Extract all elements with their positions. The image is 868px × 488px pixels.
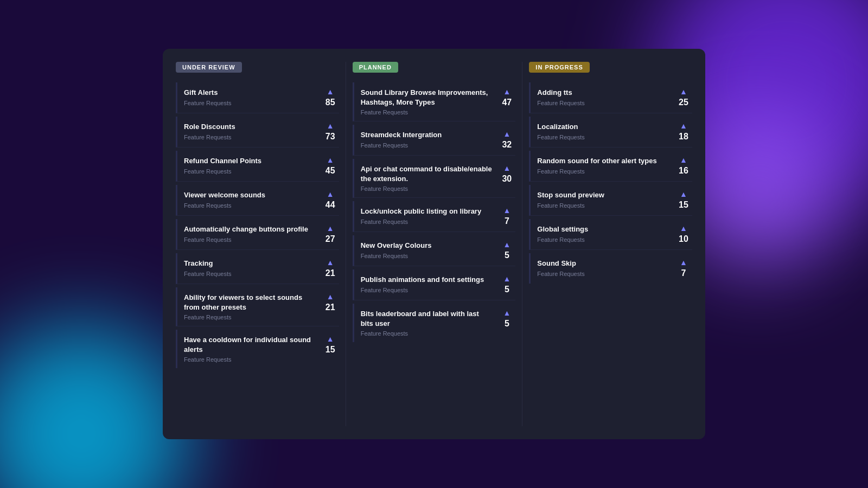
- card-vote-area: ▲30: [498, 164, 515, 184]
- card-tag: Feature Requests: [537, 202, 669, 209]
- vote-count: 15: [326, 345, 335, 355]
- upvote-button[interactable]: ▲: [503, 207, 510, 214]
- list-item: Publish animations and font settingsFeat…: [353, 269, 516, 300]
- card-title: Have a cooldown for individual sound ale…: [184, 335, 316, 354]
- upvote-button[interactable]: ▲: [327, 88, 334, 95]
- upvote-button[interactable]: ▲: [327, 156, 334, 164]
- card-content: Viewer welcome soundsFeature Requests: [184, 190, 316, 209]
- vote-count: 21: [326, 268, 335, 278]
- card-content: Random sound for other alert typesFeatur…: [537, 156, 669, 175]
- upvote-button[interactable]: ▲: [327, 224, 334, 232]
- card-content: Streamdeck IntergrationFeature Requests: [361, 130, 493, 149]
- card-title: Adding tts: [537, 88, 669, 98]
- upvote-button[interactable]: ▲: [680, 259, 687, 266]
- vote-count: 21: [326, 303, 335, 312]
- upvote-button[interactable]: ▲: [327, 335, 334, 343]
- card-content: Lock/unlock public listing on libraryFea…: [361, 207, 493, 225]
- column-header-under-review: UNDER REVIEW: [176, 62, 242, 73]
- list-item: New Overlay ColoursFeature Requests▲5: [353, 235, 516, 266]
- list-item: Ability for viewers to select sounds fro…: [176, 287, 339, 326]
- list-item: Bits leaderboard and label with last bit…: [353, 304, 516, 342]
- list-item: Adding ttsFeature Requests▲25: [529, 82, 692, 113]
- card-content: Sound Library Browse Improvements, Hasht…: [361, 88, 493, 115]
- list-item: Have a cooldown for individual sound ale…: [176, 330, 339, 368]
- upvote-button[interactable]: ▲: [680, 224, 687, 232]
- card-vote-area: ▲7: [675, 259, 692, 278]
- list-item: Role DiscountsFeature Requests▲73: [176, 117, 339, 147]
- card-content: LocalizationFeature Requests: [537, 122, 669, 140]
- card-vote-area: ▲16: [675, 156, 692, 176]
- upvote-button[interactable]: ▲: [503, 130, 510, 138]
- upvote-button[interactable]: ▲: [327, 122, 334, 130]
- upvote-button[interactable]: ▲: [680, 88, 687, 95]
- card-tag: Feature Requests: [537, 168, 669, 175]
- upvote-button[interactable]: ▲: [327, 190, 334, 198]
- upvote-button[interactable]: ▲: [503, 164, 510, 172]
- upvote-button[interactable]: ▲: [680, 190, 687, 198]
- card-vote-area: ▲32: [498, 130, 515, 150]
- card-tag: Feature Requests: [361, 287, 493, 293]
- card-tag: Feature Requests: [361, 219, 493, 225]
- vote-count: 44: [326, 200, 335, 210]
- card-title: Global settings: [537, 224, 669, 234]
- card-vote-area: ▲5: [498, 275, 515, 294]
- card-title: Ability for viewers to select sounds fro…: [184, 293, 316, 312]
- card-vote-area: ▲5: [498, 241, 515, 260]
- card-content: Stop sound previewFeature Requests: [537, 190, 669, 209]
- list-item: Sound SkipFeature Requests▲7: [529, 253, 692, 284]
- upvote-button[interactable]: ▲: [680, 156, 687, 164]
- card-content: Sound SkipFeature Requests: [537, 259, 669, 277]
- card-content: Global settingsFeature Requests: [537, 224, 669, 243]
- card-tag: Feature Requests: [361, 185, 493, 192]
- vote-count: 45: [326, 166, 335, 176]
- upvote-button[interactable]: ▲: [503, 309, 510, 317]
- card-content: Automatically change buttons profileFeat…: [184, 224, 316, 243]
- card-title: Api or chat command to disable/enable th…: [361, 164, 493, 183]
- card-content: Ability for viewers to select sounds fro…: [184, 293, 316, 320]
- vote-count: 10: [679, 234, 688, 244]
- card-tag: Feature Requests: [537, 236, 669, 243]
- card-tag: Feature Requests: [537, 271, 669, 277]
- upvote-button[interactable]: ▲: [327, 259, 334, 266]
- card-vote-area: ▲15: [675, 190, 692, 210]
- column-under-review: UNDER REVIEWGift AlertsFeature Requests▲…: [176, 62, 346, 426]
- vote-count: 16: [679, 166, 688, 176]
- card-title: Gift Alerts: [184, 88, 316, 98]
- bg-decoration-2: [0, 325, 190, 488]
- vote-count: 18: [679, 132, 688, 142]
- vote-count: 73: [326, 132, 335, 142]
- card-title: Lock/unlock public listing on library: [361, 207, 493, 216]
- list-item: Gift AlertsFeature Requests▲85: [176, 82, 339, 113]
- column-in-progress: IN PROGRESSAdding ttsFeature Requests▲25…: [522, 62, 692, 426]
- vote-count: 5: [505, 251, 509, 260]
- card-tag: Feature Requests: [537, 100, 669, 106]
- upvote-button[interactable]: ▲: [680, 122, 687, 130]
- vote-count: 27: [326, 234, 335, 244]
- vote-count: 47: [502, 98, 512, 107]
- card-vote-area: ▲25: [675, 88, 692, 107]
- upvote-button[interactable]: ▲: [503, 88, 510, 95]
- card-tag: Feature Requests: [184, 134, 316, 140]
- card-vote-area: ▲45: [322, 156, 339, 176]
- list-item: Lock/unlock public listing on libraryFea…: [353, 201, 516, 232]
- upvote-button[interactable]: ▲: [503, 275, 510, 282]
- list-item: Random sound for other alert typesFeatur…: [529, 151, 692, 182]
- card-vote-area: ▲21: [322, 259, 339, 278]
- card-content: Adding ttsFeature Requests: [537, 88, 669, 106]
- card-content: Api or chat command to disable/enable th…: [361, 164, 493, 192]
- card-title: Sound Skip: [537, 259, 669, 268]
- card-vote-area: ▲21: [322, 293, 339, 312]
- card-tag: Feature Requests: [184, 100, 316, 106]
- upvote-button[interactable]: ▲: [503, 241, 510, 248]
- upvote-button[interactable]: ▲: [327, 293, 334, 300]
- card-tag: Feature Requests: [184, 356, 316, 363]
- card-title: Tracking: [184, 259, 316, 268]
- column-header-in-progress: IN PROGRESS: [529, 62, 589, 73]
- card-vote-area: ▲18: [675, 122, 692, 142]
- card-tag: Feature Requests: [184, 168, 316, 175]
- card-tag: Feature Requests: [184, 236, 316, 243]
- card-title: Random sound for other alert types: [537, 156, 669, 166]
- list-item: Refund Channel PointsFeature Requests▲45: [176, 151, 339, 182]
- list-item: Automatically change buttons profileFeat…: [176, 219, 339, 250]
- card-vote-area: ▲73: [322, 122, 339, 142]
